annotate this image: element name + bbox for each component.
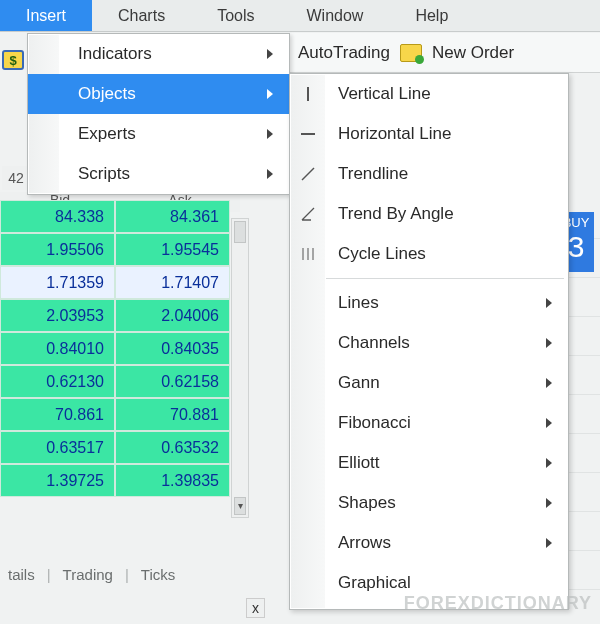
submenu-arrow-icon [267,49,273,59]
menubar-insert[interactable]: Insert [0,0,92,31]
submenu-arrow-icon [546,418,552,428]
menu-trend-by-angle[interactable]: Trend By Angle [290,194,568,234]
menubar-window[interactable]: Window [281,0,390,31]
insert-menu: Indicators Objects Experts Scripts [27,33,290,195]
menu-trendline[interactable]: Trendline [290,154,568,194]
submenu-arrow-icon [546,338,552,348]
menu-channels[interactable]: Channels [290,323,568,363]
menu-indicators[interactable]: Indicators [28,34,289,74]
tab-ticks[interactable]: Ticks [133,564,183,585]
tab-details[interactable]: tails [0,564,43,585]
menu-objects[interactable]: Objects [28,74,289,114]
bid-cell: 1.39725 [0,464,115,497]
tab-trading[interactable]: Trading [55,564,121,585]
menu-arrows[interactable]: Arrows [290,523,568,563]
menu-separator [326,278,564,279]
new-order-button[interactable]: New Order [432,43,514,63]
menu-fibonacci[interactable]: Fibonacci [290,403,568,443]
submenu-arrow-icon [267,129,273,139]
ask-cell: 0.63532 [115,431,230,464]
submenu-arrow-icon [546,498,552,508]
menu-elliott[interactable]: Elliott [290,443,568,483]
horizontal-line-icon [298,124,318,144]
menu-shapes[interactable]: Shapes [290,483,568,523]
submenu-arrow-icon [267,169,273,179]
ask-cell: 0.62158 [115,365,230,398]
watermark: FOREXDICTIONARY [404,593,592,614]
menu-scripts-label: Scripts [78,164,130,184]
ask-cell: 1.71407 [115,266,230,299]
menu-indicators-label: Indicators [78,44,152,64]
menubar-tools[interactable]: Tools [191,0,280,31]
menu-horizontal-line[interactable]: Horizontal Line [290,114,568,154]
new-order-icon[interactable] [400,44,422,62]
bid-cell: 84.338 [0,200,115,233]
submenu-arrow-icon [546,458,552,468]
toolbar: AutoTrading New Order [290,33,600,73]
autotrading-button[interactable]: AutoTrading [298,43,390,63]
menu-lines[interactable]: Lines [290,283,568,323]
ask-cell: 1.95545 [115,233,230,266]
close-icon[interactable]: x [246,598,265,618]
table-row[interactable]: 0.840100.84035 [0,332,230,365]
table-row[interactable]: 70.86170.881 [0,398,230,431]
submenu-arrow-icon [546,538,552,548]
table-row[interactable]: 2.039532.04006 [0,299,230,332]
menu-experts[interactable]: Experts [28,114,289,154]
market-watch-table: 84.33884.3611.955061.955451.713591.71407… [0,200,230,497]
ask-cell: 70.881 [115,398,230,431]
row-number-label: 42 [2,166,30,190]
currency-icon[interactable]: $ [2,50,24,70]
scrollbar-down-icon[interactable]: ▾ [234,497,246,515]
bid-cell: 0.84010 [0,332,115,365]
menubar-help[interactable]: Help [389,0,474,31]
bid-cell: 1.95506 [0,233,115,266]
scrollbar-thumb[interactable] [234,221,246,243]
menu-vertical-line[interactable]: Vertical Line [290,74,568,114]
bid-cell: 0.63517 [0,431,115,464]
bid-cell: 70.861 [0,398,115,431]
table-row[interactable]: 0.635170.63532 [0,431,230,464]
menu-objects-label: Objects [78,84,136,104]
ask-cell: 2.04006 [115,299,230,332]
scrollbar[interactable]: ▾ [231,218,249,518]
bid-cell: 0.62130 [0,365,115,398]
market-watch-tabs: tails | Trading | Ticks [0,560,183,588]
trendline-icon [298,164,318,184]
table-row[interactable]: 84.33884.361 [0,200,230,233]
ask-cell: 1.39835 [115,464,230,497]
bid-cell: 2.03953 [0,299,115,332]
objects-submenu: Vertical Line Horizontal Line Trendline … [289,73,569,610]
table-row[interactable]: 1.713591.71407 [0,266,230,299]
ask-cell: 0.84035 [115,332,230,365]
menubar-charts[interactable]: Charts [92,0,191,31]
menu-experts-label: Experts [78,124,136,144]
menubar: Insert Charts Tools Window Help [0,0,600,32]
cycle-lines-icon [298,244,318,264]
table-row[interactable]: 0.621300.62158 [0,365,230,398]
ask-cell: 84.361 [115,200,230,233]
submenu-arrow-icon [546,298,552,308]
table-row[interactable]: 1.397251.39835 [0,464,230,497]
table-row[interactable]: 1.955061.95545 [0,233,230,266]
menu-cycle-lines[interactable]: Cycle Lines [290,234,568,274]
menu-scripts[interactable]: Scripts [28,154,289,194]
vertical-line-icon [298,84,318,104]
menu-gann[interactable]: Gann [290,363,568,403]
trend-by-angle-icon [298,204,318,224]
svg-line-2 [302,168,314,180]
bid-cell: 1.71359 [0,266,115,299]
submenu-arrow-icon [546,378,552,388]
submenu-arrow-icon [267,89,273,99]
